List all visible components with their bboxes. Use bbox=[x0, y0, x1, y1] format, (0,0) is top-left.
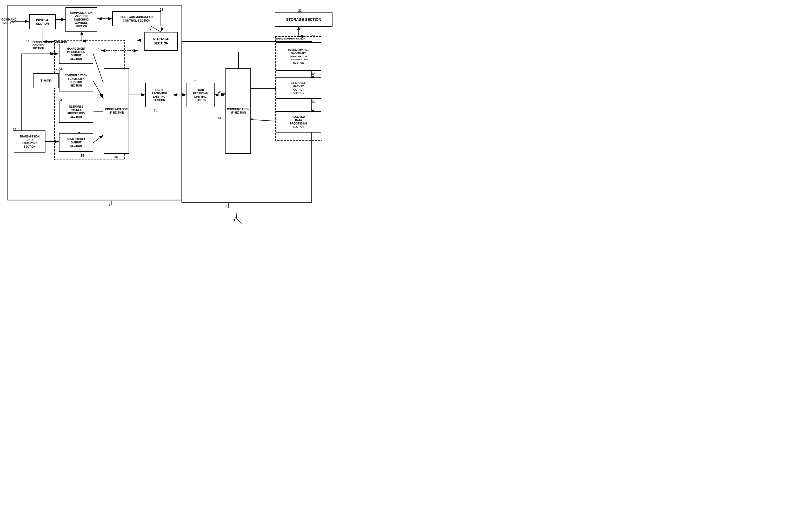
received-data-section: RECEIVED-DATAPROCESSINGSECTION bbox=[276, 111, 321, 133]
response-packet-section: RESPONSEPACKETPROCESSINGSECTION bbox=[59, 101, 93, 123]
trans-data-section: TRANSMISSION-DATASPECIFYINGSECTION bbox=[14, 131, 46, 152]
num-36: 36 bbox=[114, 155, 118, 159]
num-13: 13 bbox=[160, 8, 163, 11]
num-44: 44 bbox=[218, 116, 221, 120]
light-emit-right: LIGHTRECEIVING/EMITTINGSECTION bbox=[186, 83, 214, 107]
diagram: COMMANDINPUT → INPUT I/FSECTION COMMUNIC… bbox=[0, 0, 406, 257]
first-comm-control: FIRST COMMUNICATIONCONTROL SECTION bbox=[112, 11, 161, 26]
num-3: 3 bbox=[226, 205, 228, 209]
num-14: 14 bbox=[98, 48, 102, 51]
svg-line-16 bbox=[151, 26, 161, 32]
svg-line-20 bbox=[93, 53, 104, 83]
svg-line-55 bbox=[236, 218, 241, 224]
num-12: 12 bbox=[78, 31, 81, 35]
mgmt-info-section: MANAGEMENTINFORMATIONOUTPUTSECTION bbox=[59, 44, 93, 64]
send-packet-section: SEND PACKETOUTPUTSECTION bbox=[59, 133, 93, 152]
num-33: 33 bbox=[58, 67, 62, 71]
storage-section-15: STORAGESECTION bbox=[144, 32, 178, 51]
num-41: 41 bbox=[218, 90, 222, 94]
timer-section: TIMER bbox=[33, 73, 59, 88]
comm-feasibility-section: COMMUNICATIONFEASIBILITYJUDGINGSECTION bbox=[59, 69, 93, 91]
num-2: 2 bbox=[109, 202, 111, 206]
num-22: 22 bbox=[311, 34, 315, 38]
num-21: 21 bbox=[194, 79, 198, 83]
response-output-section: RESPONSEPACKETOUTPUTSECTION bbox=[276, 78, 321, 99]
num-15: 15 bbox=[148, 28, 151, 32]
num-11: 11 bbox=[26, 39, 29, 43]
svg-line-27 bbox=[93, 81, 104, 99]
num-42: 42 bbox=[311, 72, 315, 76]
num-23: 23 bbox=[298, 9, 301, 12]
arrows-svg bbox=[0, 0, 406, 257]
storage-section-23: STORAGE SECTION bbox=[275, 12, 332, 27]
num-43: 43 bbox=[311, 100, 315, 104]
comm-switch-section: COMMUNICATION-SECTIONSWITCHINGCONTROLSEC… bbox=[65, 7, 97, 32]
light-emit-left: LIGHTRECEIVING/EMITTINGSECTION bbox=[145, 83, 173, 107]
num-31: 31 bbox=[13, 128, 17, 132]
num-34: 34 bbox=[58, 98, 62, 102]
num-16: 16 bbox=[154, 109, 157, 112]
input-if-section: INPUT I/FSECTION bbox=[29, 14, 56, 29]
command-input-label: COMMANDINPUT bbox=[1, 18, 11, 25]
num-32: 32 bbox=[52, 52, 55, 56]
comm-capability-section: COMMUNICATIONCAPABILITYINFORMATIONTRANSM… bbox=[276, 42, 321, 71]
comm-if-left: COMMUNICATIONI/F SECTION bbox=[104, 68, 129, 154]
comm-if-right: COMMUNICATIONI/F SECTION bbox=[226, 68, 251, 154]
num-35: 35 bbox=[81, 154, 84, 158]
svg-line-31 bbox=[93, 135, 104, 143]
